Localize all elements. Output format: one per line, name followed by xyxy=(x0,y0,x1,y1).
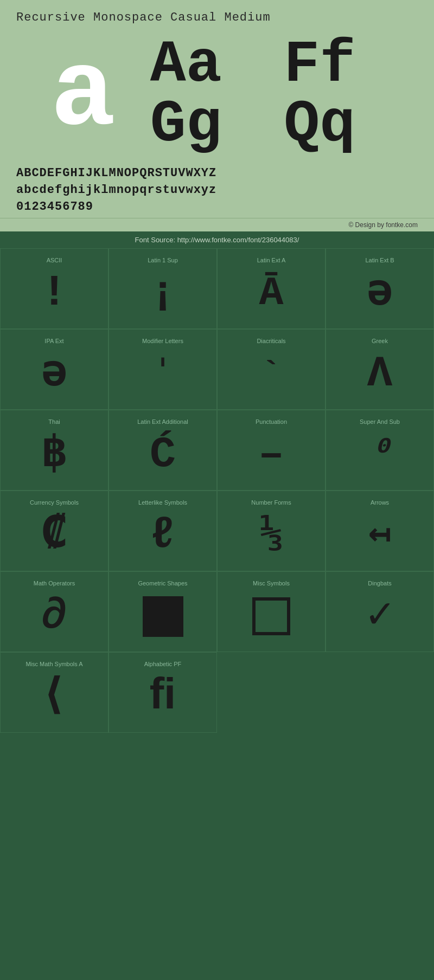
glyph-char-latin1sup: ¡ xyxy=(150,269,176,318)
glyph-char-geometricshapes xyxy=(143,592,183,641)
glyph-char-alphabeticpf: ﬁ xyxy=(150,673,176,721)
glyph-cell-diacriticals: Diacriticals ` xyxy=(217,329,326,410)
glyph-cell-ipaext: IPA Ext ə xyxy=(0,329,108,410)
glyph-cell-latinextadditional: Latin Ext Additional Ć xyxy=(108,410,217,491)
glyph-cell-thai: Thai ฿ xyxy=(0,410,108,491)
glyph-label-latinextb: Latin Ext B xyxy=(365,257,394,263)
glyph-label-greek: Greek xyxy=(372,338,388,344)
glyph-char-modifierletters: ˈ xyxy=(153,350,173,398)
glyph-char-latinextb: ə xyxy=(367,269,393,318)
glyph-cell-mathoperators: Math Operators ∂ xyxy=(0,571,108,652)
glyph-label-geometricshapes: Geometric Shapes xyxy=(138,580,187,586)
glyph-char-miscmathsymbolsa: ⟨ xyxy=(41,673,67,721)
glyph-label-mathoperators: Math Operators xyxy=(34,580,75,586)
credit-line: © Design by fontke.com xyxy=(0,218,434,231)
alphabet-section: ABCDEFGHIJKLMNOPQRSTUVWXYZ abcdefghijklm… xyxy=(0,160,434,218)
glyph-char-diacriticals: ` xyxy=(261,350,281,398)
glyph-char-latinextadditional: Ć xyxy=(150,430,176,479)
outline-square-icon xyxy=(252,597,290,635)
glyph-cell-dingbats: Dingbats ✓ xyxy=(326,571,434,652)
glyph-label-modifierletters: Modifier Letters xyxy=(142,338,183,344)
glyph-char-miscsymbols xyxy=(252,592,290,641)
glyph-label-miscsymbols: Misc Symbols xyxy=(253,580,290,586)
glyph-cell-numberforms: Number Forms ⅓ xyxy=(217,491,326,571)
glyph-label-superandsub: Super And Sub xyxy=(360,418,400,425)
glyph-label-latin1sup: Latin 1 Sup xyxy=(148,257,178,263)
glyph-cell-alphabeticpf: Alphabetic PF ﬁ xyxy=(108,652,217,733)
digits: 0123456789 xyxy=(16,199,418,216)
glyph-label-diacriticals: Diacriticals xyxy=(257,338,285,344)
alphabet-upper: ABCDEFGHIJKLMNOPQRSTUVWXYZ xyxy=(16,165,418,182)
letter-Gg: Gg xyxy=(150,91,222,158)
glyph-cell-superandsub: Super And Sub ⁰ xyxy=(326,410,434,491)
glyph-char-currencysymbols: ₡ xyxy=(41,511,67,560)
glyph-label-currencysymbols: Currency Symbols xyxy=(30,499,79,506)
alphabet-lower: abcdefghijklmnopqrstuvwxyz xyxy=(16,182,418,199)
glyph-label-ascii: ASCII xyxy=(47,257,62,263)
glyph-label-letterlikesymbols: Letterlike Symbols xyxy=(138,499,187,506)
glyph-cell-currencysymbols: Currency Symbols ₡ xyxy=(0,491,108,571)
glyph-label-numberforms: Number Forms xyxy=(251,499,291,506)
glyph-label-punctuation: Punctuation xyxy=(256,418,287,425)
letter-group-aa: Aa xyxy=(150,35,284,95)
source-text: Font Source: http://www.fontke.com/font/… xyxy=(135,236,299,244)
letter-a-white: a xyxy=(16,35,150,154)
glyph-cell-letterlikesymbols: Letterlike Symbols ℓ xyxy=(108,491,217,571)
glyph-char-punctuation: – xyxy=(258,430,284,479)
letter-Qq: Qq xyxy=(284,91,355,158)
glyph-grid: ASCII ! Latin 1 Sup ¡ Latin Ext A Ā Lati… xyxy=(0,248,434,733)
letter-group-qq: Qq xyxy=(284,95,418,154)
letter-Ff: Ff xyxy=(284,31,355,99)
letter-group-ff: Ff xyxy=(284,35,418,95)
glyph-label-latinexta: Latin Ext A xyxy=(257,257,286,263)
glyph-label-thai: Thai xyxy=(48,418,60,425)
glyph-cell-modifierletters: Modifier Letters ˈ xyxy=(108,329,217,410)
big-letters-display: Aa Ff a Gg Qq xyxy=(16,35,418,154)
letter-group-gg: Gg xyxy=(150,95,284,154)
glyph-char-greek: Λ xyxy=(367,350,393,398)
credit-text: © Design by fontke.com xyxy=(348,221,418,229)
glyph-char-superandsub: ⁰ xyxy=(369,430,390,479)
glyph-cell-arrows: Arrows ↤ xyxy=(326,491,434,571)
glyph-cell-punctuation: Punctuation – xyxy=(217,410,326,491)
glyph-char-ascii: ! xyxy=(41,269,67,318)
glyph-label-latinextadditional: Latin Ext Additional xyxy=(137,418,188,425)
letter-Aa: Aa xyxy=(150,31,222,99)
glyph-cell-latinexta: Latin Ext A Ā xyxy=(217,248,326,329)
glyph-cell-geometricshapes: Geometric Shapes xyxy=(108,571,217,652)
glyph-cell-greek: Greek Λ xyxy=(326,329,434,410)
glyph-cell-ascii: ASCII ! xyxy=(0,248,108,329)
glyph-char-dingbats: ✓ xyxy=(367,592,393,641)
glyph-label-dingbats: Dingbats xyxy=(368,580,391,586)
glyph-label-arrows: Arrows xyxy=(371,499,389,506)
glyph-char-arrows: ↤ xyxy=(368,511,391,560)
glyph-char-mathoperators: ∂ xyxy=(41,592,67,641)
glyph-char-thai: ฿ xyxy=(41,430,67,479)
font-title: Recursive Monospace Casual Medium xyxy=(16,11,418,24)
glyph-cell-miscsymbols: Misc Symbols xyxy=(217,571,326,652)
source-line: Font Source: http://www.fontke.com/font/… xyxy=(0,231,434,248)
glyph-cell-miscmathsymbolsa: Misc Math Symbols A ⟨ xyxy=(0,652,108,733)
black-square-icon xyxy=(143,596,183,637)
glyph-cell-latinextb: Latin Ext B ə xyxy=(326,248,434,329)
glyph-char-numberforms: ⅓ xyxy=(260,511,283,560)
glyph-char-latinexta: Ā xyxy=(259,269,283,318)
glyph-char-ipaext: ə xyxy=(41,350,67,398)
glyph-cell-latin1sup: Latin 1 Sup ¡ xyxy=(108,248,217,329)
font-preview-header: Recursive Monospace Casual Medium Aa Ff … xyxy=(0,0,434,160)
glyph-label-alphabeticpf: Alphabetic PF xyxy=(144,661,181,667)
glyph-label-miscmathsymbolsa: Misc Math Symbols A xyxy=(25,661,82,667)
glyph-char-letterlikesymbols: ℓ xyxy=(150,511,176,560)
glyph-label-ipaext: IPA Ext xyxy=(44,338,63,344)
